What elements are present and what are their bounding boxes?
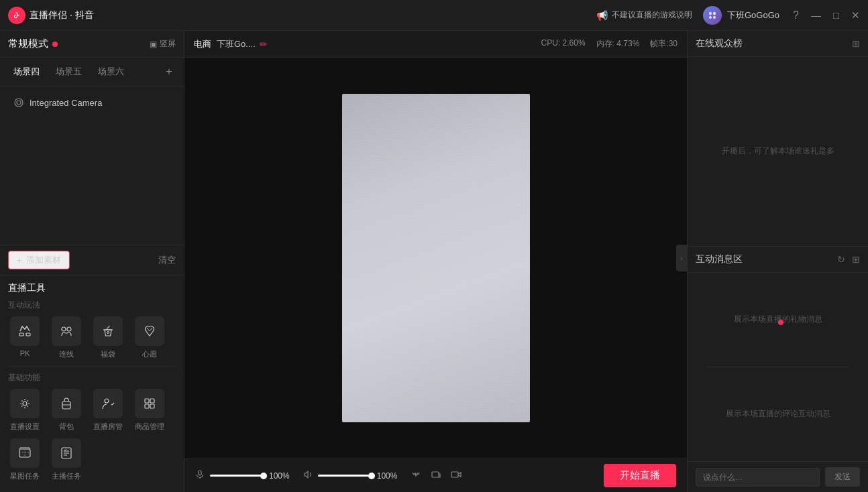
svg-point-12 <box>23 402 27 406</box>
svg-rect-15 <box>145 399 149 403</box>
pk-icon <box>10 316 40 346</box>
main-content: 常规模式 ▣ 竖屏 场景四 场景五 场景六 + Int <box>0 31 868 492</box>
svg-point-1 <box>709 11 712 15</box>
live-settings-label: 直播设置 <box>10 422 40 432</box>
scene-tab-1[interactable]: 场景五 <box>49 63 89 80</box>
scene-tab-0[interactable]: 场景四 <box>7 63 46 80</box>
mic-slider[interactable] <box>210 475 264 477</box>
wish-icon <box>135 316 164 346</box>
window-controls: ? — □ ✕ <box>793 9 860 21</box>
live-settings-tool[interactable]: 直播设置 <box>8 389 42 432</box>
scene-tabs: 场景四 场景五 场景六 + <box>0 58 184 86</box>
virtual-camera-icon[interactable] <box>451 469 462 483</box>
control-icons <box>411 469 462 483</box>
mic-icon <box>195 470 205 481</box>
edit-icon[interactable]: ✏ <box>260 39 268 50</box>
host-task-tool[interactable]: 主播任务 <box>50 438 83 481</box>
svg-point-9 <box>62 327 66 331</box>
pk-tool[interactable]: PK <box>8 316 42 359</box>
product-mgmt-icon <box>135 389 164 418</box>
room-manager-label: 直播房管 <box>93 422 123 432</box>
live-tools-section: 直播工具 互动玩法 PK <box>0 275 184 492</box>
star-task-label: 星图任务 <box>10 471 40 481</box>
add-material-label: 添加素材 <box>26 254 61 266</box>
minimize-button[interactable]: — <box>811 9 821 21</box>
lucky-bag-tool[interactable]: 福袋 <box>91 316 125 359</box>
ecommerce-tab[interactable]: 电商 <box>194 38 211 50</box>
svg-point-4 <box>713 16 716 19</box>
svg-point-2 <box>713 11 716 15</box>
vertical-mode-btn[interactable]: ▣ 竖屏 <box>150 38 176 50</box>
bottom-controls: 100% 100% <box>184 458 687 492</box>
clear-button[interactable]: 清空 <box>158 254 176 266</box>
start-live-button[interactable]: 开始直播 <box>604 464 676 487</box>
wish-tool[interactable]: 心愿 <box>133 316 166 359</box>
backpack-tool[interactable]: 背包 <box>50 389 83 432</box>
extra-tools: 星图任务 主播任务 <box>8 438 176 481</box>
wish-label: 心愿 <box>142 349 157 359</box>
collapse-button[interactable]: › <box>676 245 687 271</box>
chat-input[interactable] <box>696 468 820 487</box>
refresh-icon[interactable]: ↻ <box>837 254 845 265</box>
memory-stat: 内存: 4.73% <box>596 38 640 50</box>
lucky-bag-icon <box>93 316 123 346</box>
preview-username: 下班Go.... <box>217 38 256 50</box>
star-task-tool[interactable]: 星图任务 <box>8 438 42 481</box>
right-panel: 在线观众榜 ⊞ 开播后，可了解本场谁送礼是多 互动消息区 ↻ ⊞ 展示本场直播的… <box>687 31 868 492</box>
expand-icon[interactable]: ⊞ <box>852 38 860 49</box>
help-icon[interactable]: ? <box>793 9 799 21</box>
vertical-label: 竖屏 <box>160 38 176 50</box>
user-info: 下班GoGoGo <box>703 6 779 25</box>
star-task-icon <box>10 438 40 468</box>
mode-label: 常规模式 <box>8 38 48 50</box>
preview-stats: CPU: 2.60% 内存: 4.73% 帧率:30 <box>541 38 677 50</box>
source-label: Integrated Camera <box>30 98 102 108</box>
maximize-button[interactable]: □ <box>833 9 839 21</box>
svg-rect-23 <box>199 471 201 475</box>
gift-placeholder: 展示本场直播的礼物消息 <box>698 284 857 356</box>
divider <box>8 366 176 367</box>
svg-point-10 <box>67 327 71 331</box>
left-header: 常规模式 ▣ 竖屏 <box>0 31 184 58</box>
room-manager-tool[interactable]: 直播房管 <box>91 389 125 432</box>
add-material-button[interactable]: + 添加素材 <box>8 251 70 269</box>
screen-capture-icon[interactable] <box>431 469 441 483</box>
live-tools-title: 直播工具 <box>8 282 176 294</box>
audience-section: 在线观众榜 ⊞ 开播后，可了解本场谁送礼是多 <box>688 31 868 247</box>
basic-subtitle: 基础功能 <box>8 372 176 383</box>
fps-stat: 帧率:30 <box>650 38 677 50</box>
settings-icon[interactable] <box>411 469 421 483</box>
titlebar: 直播伴侣 · 抖音 📢 不建议直播的游戏说明 下班GoGoGo ? — □ ✕ <box>0 0 868 31</box>
close-button[interactable]: ✕ <box>851 9 860 21</box>
svg-rect-18 <box>150 404 154 408</box>
svg-rect-16 <box>150 399 154 403</box>
source-item[interactable]: Integrated Camera <box>8 93 176 112</box>
svg-point-11 <box>107 332 109 334</box>
camera-icon <box>13 97 24 108</box>
warning-text: 不建议直播的游戏说明 <box>612 9 692 21</box>
scene-tab-2[interactable]: 场景六 <box>91 63 131 80</box>
product-mgmt-tool[interactable]: 商品管理 <box>133 389 166 432</box>
mic-pct: 100% <box>269 471 290 481</box>
chat-bar: 发送 <box>688 461 868 492</box>
connect-tool[interactable]: 连线 <box>50 316 83 359</box>
connect-label: 连线 <box>59 349 74 359</box>
expand-interaction-icon[interactable]: ⊞ <box>852 254 860 265</box>
audience-placeholder: 开播后，可了解本场谁送礼是多 <box>722 145 834 157</box>
send-button[interactable]: 发送 <box>825 467 860 487</box>
add-material-bar: + 添加素材 清空 <box>0 245 184 275</box>
svg-rect-26 <box>451 472 458 477</box>
vol-slider[interactable] <box>318 475 372 477</box>
camera-preview <box>342 94 530 422</box>
pk-label: PK <box>20 349 30 357</box>
interaction-subtitle: 互动玩法 <box>8 300 176 311</box>
interaction-header: 互动消息区 ↻ ⊞ <box>688 247 868 273</box>
mode-title: 常规模式 <box>8 38 58 50</box>
add-scene-button[interactable]: + <box>161 64 177 80</box>
comment-placeholder: 展示本场直播的评论互动消息 <box>698 378 857 450</box>
divider-line <box>706 367 849 367</box>
preview-topbar: 电商 下班Go.... ✏ CPU: 2.60% 内存: 4.73% 帧率:30 <box>184 31 687 58</box>
avatar <box>703 6 722 25</box>
app-name: 直播伴侣 · 抖音 <box>30 9 94 21</box>
svg-point-3 <box>709 16 712 19</box>
